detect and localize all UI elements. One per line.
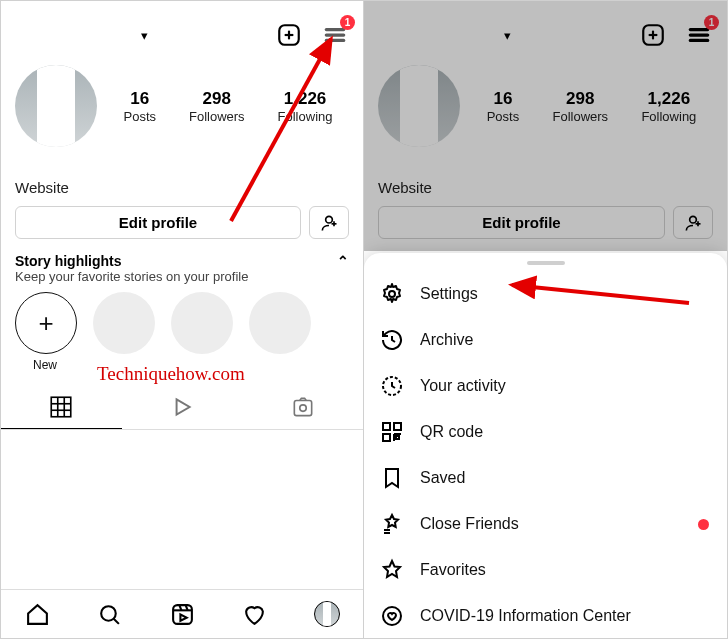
svg-rect-39 [396,436,399,439]
tab-grid[interactable] [1,386,122,429]
svg-point-17 [101,606,116,621]
menu-label: Close Friends [420,515,519,533]
sheet-grabber[interactable] [527,261,565,265]
website-link[interactable]: Website [15,179,349,196]
menu-badge: 1 [340,15,355,30]
create-button [639,21,667,49]
create-button[interactable] [275,21,303,49]
close-friends-icon [380,512,404,536]
highlight-placeholder [93,292,153,372]
svg-rect-9 [52,397,72,417]
menu-archive[interactable]: Archive [364,317,727,363]
website-link: Website [378,179,713,196]
menu-close-friends[interactable]: Close Friends [364,501,727,547]
svg-rect-38 [383,434,390,441]
svg-rect-36 [383,423,390,430]
svg-point-44 [383,607,401,625]
edit-profile-button: Edit profile [378,206,665,239]
left-phone: ▾ 1 [1,1,364,638]
svg-point-16 [299,405,306,412]
svg-line-18 [114,618,119,623]
clock-icon [380,374,404,398]
profile-header: ▾ 1 [1,1,363,55]
profile-header-dimmed: ▾ 1 [364,1,727,55]
menu-covid[interactable]: COVID-19 Information Center [364,593,727,638]
highlight-placeholder [249,292,309,372]
menu-badge: 1 [704,15,719,30]
profile-tabs [1,386,363,430]
gear-icon [380,282,404,306]
menu-favorites[interactable]: Favorites [364,547,727,593]
hamburger-menu-button: 1 [685,21,713,49]
username-redacted [378,24,498,46]
right-phone: ▾ 1 16Posts [364,1,727,638]
menu-activity[interactable]: Your activity [364,363,727,409]
history-icon [380,328,404,352]
menu-settings[interactable]: Settings [364,271,727,317]
discover-people-button [673,206,713,239]
username-redacted [15,24,135,46]
stat-posts[interactable]: 16 Posts [123,89,156,124]
nav-profile-icon[interactable] [291,590,363,638]
qr-icon [380,420,404,444]
highlight-placeholder [171,292,231,372]
nav-home-icon[interactable] [1,590,73,638]
svg-point-6 [326,216,333,223]
nav-activity-icon[interactable] [218,590,290,638]
hamburger-menu-button[interactable]: 1 [321,21,349,49]
nav-search-icon[interactable] [73,590,145,638]
svg-marker-23 [180,614,186,620]
tab-tagged[interactable] [242,386,363,428]
display-name-redacted [15,157,95,173]
stat-following[interactable]: 1,226 Following [278,89,333,124]
svg-point-31 [690,216,697,223]
svg-marker-14 [177,399,190,414]
tab-reels[interactable] [122,386,243,428]
menu-label: Saved [420,469,465,487]
notification-dot [698,519,709,530]
svg-rect-37 [394,423,401,430]
bottom-nav [1,589,363,638]
menu-label: Favorites [420,561,486,579]
star-icon [380,558,404,582]
bio: Website [1,153,363,196]
menu-label: QR code [420,423,483,441]
svg-rect-15 [294,401,311,416]
highlight-new-button[interactable]: + New [15,292,75,372]
heart-circle-icon [380,604,404,628]
menu-qr[interactable]: QR code [364,409,727,455]
profile-avatar[interactable] [15,65,97,147]
stat-followers[interactable]: 298 Followers [189,89,245,124]
highlights-collapse-icon[interactable]: ⌃ [337,253,349,269]
watermark: Techniquehow.com [97,363,245,385]
highlights-subtitle: Keep your favorite stories on your profi… [1,269,363,292]
highlights-title: Story highlights [15,253,122,269]
menu-saved[interactable]: Saved [364,455,727,501]
discover-people-button[interactable] [309,206,349,239]
menu-sheet: Settings Archive Your activity QR code [364,253,727,638]
chevron-down-icon: ▾ [504,28,511,43]
svg-point-34 [389,291,395,297]
chevron-down-icon[interactable]: ▾ [141,28,148,43]
edit-profile-button[interactable]: Edit profile [15,206,301,239]
menu-label: Archive [420,331,473,349]
nav-reels-icon[interactable] [146,590,218,638]
menu-label: Your activity [420,377,506,395]
menu-label: COVID-19 Information Center [420,607,631,625]
menu-label: Settings [420,285,478,303]
bookmark-icon [380,466,404,490]
profile-row: 16 Posts 298 Followers 1,226 Following [1,55,363,153]
